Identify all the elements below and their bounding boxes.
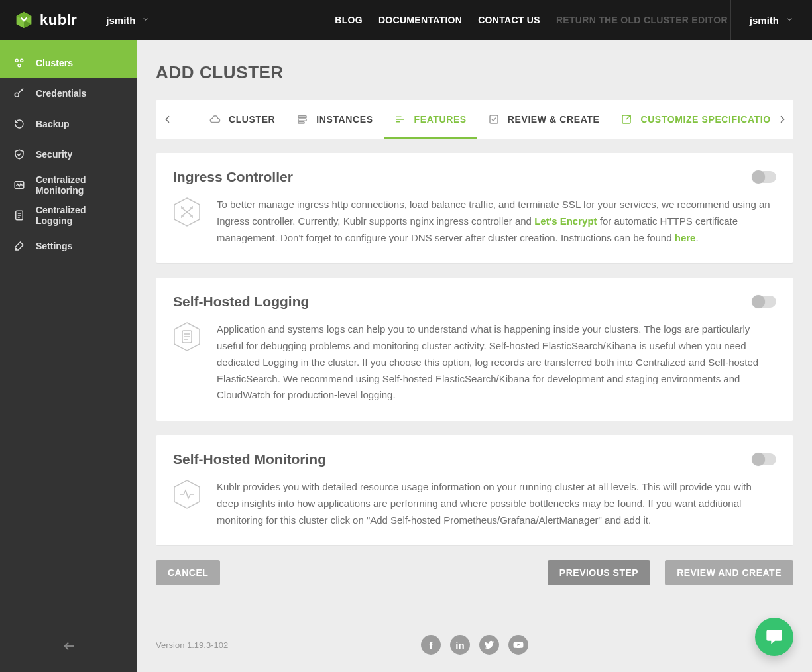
step-label: INSTANCES <box>316 114 373 125</box>
svg-rect-23 <box>490 115 498 123</box>
chevron-down-icon <box>142 15 150 25</box>
step-cluster[interactable]: CLUSTER <box>198 100 286 139</box>
toggle-self-hosted-monitoring[interactable] <box>752 453 776 465</box>
sidebar-item-label: Settings <box>36 241 72 251</box>
stepper-steps: CLUSTER INSTANCES FEATURES REVIEW & CREA… <box>180 100 793 139</box>
wizard-footer: CANCEL PREVIOUS STEP REVIEW AND CREATE <box>156 545 793 585</box>
user-name-label: jsmith <box>750 15 779 26</box>
workspace-dropdown[interactable]: jsmith <box>91 15 164 26</box>
step-customize[interactable]: CUSTOMIZE SPECIFICATION <box>610 100 788 139</box>
main-content: ADD CLUSTER CLUSTER INSTANCES FEATURES R… <box>137 40 812 672</box>
step-label: CLUSTER <box>229 114 275 125</box>
svg-line-9 <box>22 90 23 91</box>
shield-icon <box>13 148 25 160</box>
card-self-hosted-monitoring: Self-Hosted Monitoring Kublr provides yo… <box>156 435 793 545</box>
svg-point-6 <box>18 64 21 67</box>
sidebar-item-label: Centralized Monitoring <box>36 174 124 196</box>
card-title: Ingress Controller <box>173 169 293 185</box>
review-icon <box>488 113 500 125</box>
step-label: FEATURES <box>414 114 467 125</box>
cancel-button[interactable]: CANCEL <box>156 560 220 585</box>
sidebar-item-settings[interactable]: Settings <box>0 231 137 261</box>
card-title: Self-Hosted Monitoring <box>173 451 326 467</box>
version-label: Version 1.19.3-102 <box>156 640 228 650</box>
topbar: kublr jsmith BLOG DOCUMENTATION CONTACT … <box>0 0 812 40</box>
stepper-next-arrow[interactable] <box>770 100 793 139</box>
logging-hex-icon <box>173 321 201 352</box>
stepper-prev-arrow[interactable] <box>156 100 180 139</box>
sidebar-item-clusters[interactable]: Clusters <box>0 48 137 78</box>
sidebar-collapse-button[interactable] <box>0 639 137 653</box>
card-self-hosted-logging: Self-Hosted Logging Application and syst… <box>156 278 793 421</box>
card-description: Kublr provides you with detailed resourc… <box>217 479 776 528</box>
toggle-self-hosted-logging[interactable] <box>752 296 776 308</box>
sidebar-item-label: Clusters <box>36 58 73 68</box>
card-ingress-controller: Ingress Controller To better manage ingr… <box>156 153 793 263</box>
customize-icon <box>620 113 632 125</box>
social-links: f in <box>421 635 528 655</box>
chevron-down-icon <box>785 15 793 25</box>
user-dropdown[interactable]: jsmith <box>731 15 812 26</box>
instances-icon <box>296 113 308 125</box>
user-menu: jsmith <box>730 0 812 40</box>
logging-icon <box>13 209 25 221</box>
nav-return-old-editor[interactable]: RETURN THE OLD CLUSTER EDITOR <box>556 15 728 25</box>
monitoring-icon <box>13 179 25 191</box>
brand-name: kublr <box>40 11 77 28</box>
page-title: ADD CLUSTER <box>156 40 793 100</box>
nav-documentation[interactable]: DOCUMENTATION <box>378 15 462 25</box>
sidebar-item-centralized-monitoring[interactable]: Centralized Monitoring <box>0 170 137 200</box>
svg-point-7 <box>15 93 19 97</box>
review-and-create-button[interactable]: REVIEW AND CREATE <box>665 560 793 585</box>
svg-rect-17 <box>298 116 306 118</box>
card-description: To better manage ingress http connection… <box>217 197 776 246</box>
cloud-icon <box>209 113 221 125</box>
step-features[interactable]: FEATURES <box>384 100 477 139</box>
sidebar: Clusters Credentials Backup Security Cen… <box>0 40 137 672</box>
card-title: Self-Hosted Logging <box>173 294 309 309</box>
nav-blog[interactable]: BLOG <box>335 15 363 25</box>
ingress-hex-icon <box>173 197 201 227</box>
workspace-user-label: jsmith <box>106 15 135 26</box>
link-instructions-here[interactable]: here <box>675 232 696 243</box>
settings-icon <box>13 240 25 252</box>
step-label: CUSTOMIZE SPECIFICATION <box>640 114 778 125</box>
sidebar-item-credentials[interactable]: Credentials <box>0 78 137 109</box>
sidebar-item-label: Backup <box>36 119 70 129</box>
sidebar-item-label: Centralized Logging <box>36 205 124 226</box>
footer-bar: Version 1.19.3-102 f in <box>156 624 793 664</box>
social-twitter[interactable] <box>479 635 499 655</box>
previous-step-button[interactable]: PREVIOUS STEP <box>548 560 650 585</box>
svg-point-4 <box>15 59 18 62</box>
nav-contact[interactable]: CONTACT US <box>478 15 540 25</box>
top-nav: BLOG DOCUMENTATION CONTACT US RETURN THE… <box>164 15 730 25</box>
social-youtube[interactable] <box>508 635 528 655</box>
step-instances[interactable]: INSTANCES <box>286 100 383 139</box>
svg-point-5 <box>21 59 23 62</box>
backup-icon <box>13 118 25 130</box>
sidebar-item-backup[interactable]: Backup <box>0 109 137 139</box>
social-linkedin[interactable]: in <box>450 635 470 655</box>
card-text-post: . <box>695 232 698 243</box>
card-description: Application and systems logs can help yo… <box>217 321 776 404</box>
step-label: REVIEW & CREATE <box>508 114 600 125</box>
step-review-create[interactable]: REVIEW & CREATE <box>477 100 610 139</box>
sidebar-item-label: Security <box>36 149 72 160</box>
features-icon <box>394 113 406 125</box>
key-icon <box>13 87 25 99</box>
brand-logo[interactable]: kublr <box>0 11 91 29</box>
sidebar-accent-bar <box>0 40 137 48</box>
social-facebook[interactable]: f <box>421 635 441 655</box>
brand-hex-icon <box>15 11 33 29</box>
toggle-ingress-controller[interactable] <box>752 171 776 183</box>
svg-line-25 <box>626 115 630 119</box>
clusters-icon <box>13 57 25 69</box>
chat-fab[interactable] <box>755 618 793 656</box>
svg-rect-18 <box>298 119 306 121</box>
svg-point-15 <box>16 249 17 250</box>
sidebar-item-security[interactable]: Security <box>0 139 137 170</box>
monitoring-hex-icon <box>173 479 201 510</box>
sidebar-item-label: Credentials <box>36 88 86 99</box>
link-lets-encrypt[interactable]: Let's Encrypt <box>534 215 597 227</box>
sidebar-item-centralized-logging[interactable]: Centralized Logging <box>0 200 137 231</box>
